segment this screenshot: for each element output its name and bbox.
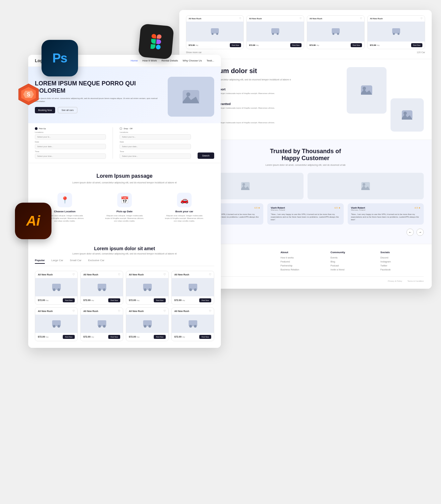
step-car-title: Book your car	[164, 210, 204, 213]
svg-point-21	[57, 325, 60, 328]
rcc-name: All New Rush	[309, 18, 322, 20]
nav-link-how[interactable]: How It Work	[142, 59, 157, 62]
rent-now-button[interactable]: Rent Now	[108, 298, 120, 302]
footer-link[interactable]: Featured	[281, 260, 324, 263]
test-card-header: Vizeh Robert Warsaw, Poland 4.5 ★	[271, 207, 340, 211]
footer-link[interactable]: Events	[330, 256, 374, 259]
car-card-header: All New Rush ♡	[81, 271, 123, 278]
svg-point-53	[363, 183, 365, 186]
car-wishlist-icon[interactable]: ♡	[163, 310, 166, 313]
tab-exclusive[interactable]: Exclusive Car	[88, 259, 104, 264]
tab-large[interactable]: Large Car	[51, 259, 63, 264]
dropoff-location-select[interactable]: Select your lo...	[120, 134, 191, 140]
prev-testimonial-button[interactable]: ←	[406, 229, 414, 236]
rent-now-button[interactable]: Rent Now	[63, 335, 75, 339]
car-card-footer: $72.00/ day Rent Now	[81, 333, 123, 341]
svg-point-12	[103, 288, 106, 291]
hero-subtitle: Lorem ipsum dolor sit amet, consectetur …	[35, 97, 161, 103]
car-wishlist-icon[interactable]: ♡	[209, 273, 211, 276]
svg-rect-31	[211, 28, 219, 34]
footer-link[interactable]: Facebook	[381, 268, 424, 271]
footer-link[interactable]: Twitter	[381, 264, 424, 267]
time-select[interactable]: Select your time...	[35, 153, 106, 159]
cars-desc: Lorem ipsum dolor sit amet, consectetur …	[35, 252, 214, 255]
right-car-card: All New Rush ♡ $72.00/ day Rent Now	[246, 15, 304, 49]
rcc-rent-button[interactable]: Rent Now	[351, 43, 362, 47]
footer-link[interactable]: Instagram	[381, 260, 424, 263]
rcc-rent-button[interactable]: Rent Now	[230, 43, 241, 47]
test-user: Vizeh Robert Warsaw, Poland	[271, 207, 285, 211]
footer-about-title: About	[281, 251, 324, 254]
search-button[interactable]: Search	[198, 152, 214, 159]
tab-popular[interactable]: Popular	[35, 259, 45, 264]
svg-text:S: S	[27, 92, 31, 97]
rcc-wishlist-icon[interactable]: ♡	[239, 17, 241, 20]
footer-link[interactable]: How it works	[281, 256, 324, 259]
terms-condition-link[interactable]: Terms & Condition	[407, 280, 424, 282]
test-rating: 4.5 ★	[414, 207, 420, 211]
test-name: Vizeh Robert	[351, 207, 365, 209]
car-name: All New Rush	[38, 273, 53, 276]
car-wishlist-icon[interactable]: ♡	[72, 310, 75, 313]
footer-link[interactable]: Invite a friend	[330, 268, 374, 271]
rent-now-button[interactable]: Rent Now	[199, 298, 211, 302]
car-card-header: All New Rush ♡	[81, 308, 123, 315]
about-image-large	[347, 67, 387, 114]
rcc-header: All New Rush ♡	[368, 16, 425, 22]
car-wishlist-icon[interactable]: ♡	[72, 273, 75, 276]
footer-link[interactable]: Discord	[381, 256, 424, 259]
rent-now-button[interactable]: Rent Now	[199, 335, 211, 339]
location-select[interactable]: Select your lo...	[35, 134, 106, 140]
test-location: Warsaw, Poland	[351, 209, 365, 211]
rent-now-button[interactable]: Rent Now	[63, 298, 75, 302]
see-all-cars-button[interactable]: See all cars	[58, 107, 77, 113]
svg-point-5	[186, 92, 190, 96]
rent-now-button[interactable]: Rent Now	[154, 335, 166, 339]
rent-now-button[interactable]: Rent Now	[154, 298, 166, 302]
date-select[interactable]: Select your date...	[35, 144, 106, 149]
dropoff-time-select[interactable]: Select your time...	[120, 153, 191, 159]
car-name: All New Rush	[83, 273, 98, 276]
left-ui-panel: Logo Home How It Work Rental Details Why…	[28, 55, 221, 348]
rcc-footer: $72.00/ day Rent Now	[307, 42, 364, 49]
svg-point-38	[332, 33, 334, 35]
footer-link[interactable]: Podcast	[330, 264, 374, 267]
right-cars-grid: All New Rush ♡ $72.00/ day Rent Now All …	[186, 15, 425, 49]
svg-point-17	[189, 288, 192, 291]
car-wishlist-icon[interactable]: ♡	[118, 310, 120, 313]
rent-now-button[interactable]: Rent Now	[108, 335, 120, 339]
tab-small[interactable]: Small Car	[70, 259, 81, 264]
dropoff-radio[interactable]: Drop - Off	[120, 127, 191, 130]
svg-point-18	[194, 288, 197, 291]
rcc-wishlist-icon[interactable]: ♡	[300, 17, 302, 20]
dropoff-date-select[interactable]: Select your date...	[120, 144, 191, 149]
rcc-wishlist-icon[interactable]: ♡	[420, 17, 422, 20]
show-more-row: Show more car 120 Car	[186, 49, 425, 53]
car-wishlist-icon[interactable]: ♡	[118, 273, 120, 276]
svg-point-9	[57, 288, 60, 291]
booking-now-button[interactable]: Booking Now	[35, 107, 55, 113]
pickup-radio[interactable]: Pick-Up	[35, 127, 106, 130]
car-count: 120 Car	[417, 51, 425, 53]
rcc-rent-button[interactable]: Rent Now	[290, 43, 302, 47]
car-wishlist-icon[interactable]: ♡	[163, 273, 166, 276]
next-testimonial-button[interactable]: →	[416, 229, 424, 236]
rcc-wishlist-icon[interactable]: ♡	[360, 17, 362, 20]
car-price: $72.00/ day	[38, 299, 48, 301]
rcc-image	[307, 22, 364, 42]
nav-link-testi[interactable]: Testi...	[207, 59, 214, 62]
rcc-rent-button[interactable]: Rent Now	[411, 43, 422, 47]
car-card-footer: $72.00/ day Rent Now	[126, 333, 168, 341]
rcc-header: All New Rush ♡	[247, 16, 304, 22]
nav-link-why[interactable]: Why Choose Us	[183, 59, 202, 62]
footer-link[interactable]: Blog	[330, 260, 374, 263]
footer-link[interactable]: Business Relation	[281, 268, 324, 271]
rcc-footer: $72.00/ day Rent Now	[368, 42, 425, 49]
car-card-footer: $72.00/ day Rent Now	[81, 296, 123, 304]
nav-link-home[interactable]: Home	[131, 59, 138, 62]
car-wishlist-icon[interactable]: ♡	[209, 310, 211, 313]
footer-link[interactable]: Partnership	[281, 264, 324, 267]
nav-link-rental[interactable]: Rental Details	[161, 59, 178, 62]
show-more-link[interactable]: Show more car	[186, 51, 202, 53]
privacy-policy-link[interactable]: Privacy & Policy	[388, 280, 402, 282]
